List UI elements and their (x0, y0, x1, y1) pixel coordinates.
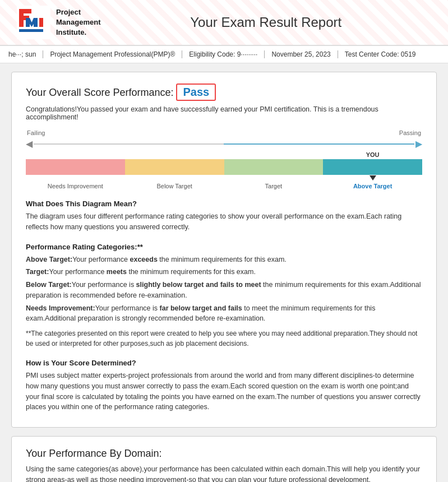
overall-score-title: Your Overall Score Performance: Pass (26, 84, 422, 101)
cat-label-needs-improvement: Needs Improvement (26, 183, 125, 189)
main-content: Your Overall Score Performance: Pass Con… (0, 63, 448, 482)
info-bar: he···; sun Project Management Profession… (0, 45, 448, 63)
cat-label-target: Target (224, 183, 324, 189)
bar-labels-top: Failing Passing (26, 129, 422, 136)
domain-title: Your Performance By Domain: (26, 448, 422, 460)
performance-bars (26, 159, 422, 175)
test-center-code: Test Center Code: 0519 (338, 50, 423, 58)
failing-label: Failing (27, 129, 45, 136)
pass-box: Pass (176, 84, 216, 101)
below-target-bar (125, 159, 224, 175)
rating-needs-improvement: Needs Improvement:Your performance is fa… (26, 303, 422, 325)
logo-text: Project Management Institute. (56, 7, 100, 38)
footnote-text: **The categories presented on this repor… (26, 328, 422, 349)
page-header: Project Management Institute. Your Exam … (0, 0, 448, 45)
domain-description: Using the same categories(as above),your… (26, 464, 422, 482)
cat-label-above-target: Above Target (323, 183, 422, 189)
pass-result: Pass (183, 86, 209, 98)
diagram-description: The diagram uses four different performa… (26, 211, 422, 233)
arrow-right-icon: ▶ (415, 138, 422, 149)
svg-rect-7 (39, 18, 43, 27)
you-label-row: YOU (26, 151, 422, 158)
you-indicator-arrow (370, 175, 376, 180)
diagram-heading: What Does This Diagram Mean? (26, 200, 422, 208)
congrats-text: Congratulations!You passed your exam and… (26, 105, 422, 121)
rating-heading: Performance Rating Categories:** (26, 243, 422, 251)
eligibility-code: Eligibility Code: 9········· (182, 50, 265, 58)
target-bar (224, 159, 324, 175)
rating-above-target: Above Target:Your performance exceeds th… (26, 254, 422, 265)
score-determined-heading: How is Your Score Determined? (26, 359, 422, 367)
pmi-logo-icon (17, 6, 50, 39)
svg-rect-2 (19, 9, 31, 13)
svg-rect-8 (19, 29, 43, 32)
exam-date: November 25, 2023 (265, 50, 338, 58)
you-label: YOU (323, 151, 422, 158)
score-determined-text: PMI uses subject matter experts-project … (26, 370, 422, 413)
bar-category-labels: Needs Improvement Below Target Target Ab… (26, 183, 422, 189)
logo-area: Project Management Institute. (17, 6, 100, 39)
exam-name: Project Management Professional(PMP)® (43, 50, 182, 58)
bar-arrow-line (34, 143, 414, 145)
overall-score-card: Your Overall Score Performance: Pass Con… (11, 72, 437, 428)
rating-below-target: Below Target:Your performance is slightl… (26, 280, 422, 301)
cat-label-below-target: Below Target (125, 183, 224, 189)
needs-improvement-bar (26, 159, 125, 175)
bar-arrow-row: ◀ ▶ (26, 138, 422, 149)
domain-card: Your Performance By Domain: Using the sa… (11, 436, 437, 482)
page-title: Your Exam Result Report (100, 15, 431, 30)
arrow-left-icon: ◀ (26, 138, 33, 149)
rating-target: Target:Your performance meets the minimu… (26, 267, 422, 277)
candidate-name: he···; sun (8, 50, 43, 58)
above-target-bar (323, 159, 422, 175)
passing-label: Passing (399, 129, 421, 136)
